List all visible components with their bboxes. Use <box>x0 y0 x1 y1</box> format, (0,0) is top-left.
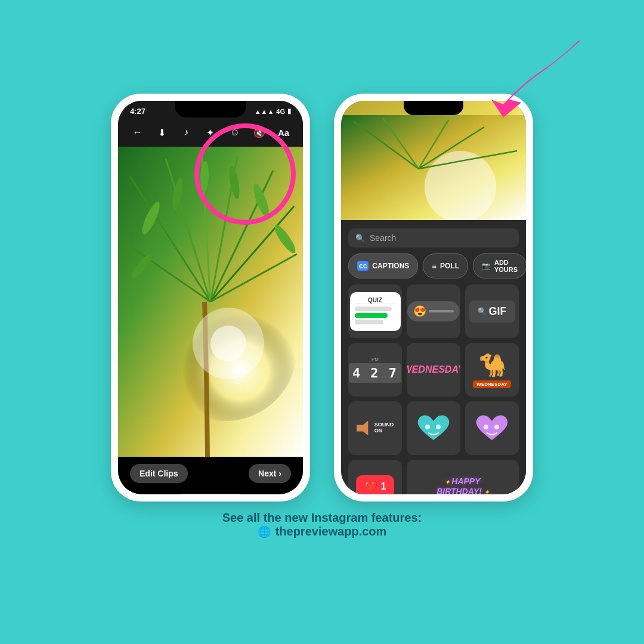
right-phone-screen: 🔍 Search cc CAPTIONS ≡ POLL 📷 ADD <box>341 101 526 494</box>
quiz-sticker[interactable]: QUIZ <box>348 284 402 338</box>
left-phone: 4:27 ▲▲▲ 4G ▮ ← ⬇ ♪ ✦ ☺ 🔇 Aa <box>111 94 310 501</box>
search-icon: 🔍 <box>355 234 365 243</box>
clock-sticker[interactable]: PM 4 2 7 <box>348 343 402 397</box>
sticker-grid: QUIZ 😍 <box>341 284 526 494</box>
right-phone: 🔍 Search cc CAPTIONS ≡ POLL 📷 ADD <box>334 94 533 501</box>
pink-arrow-annotation <box>473 34 593 129</box>
quiz-option-3 <box>355 320 383 324</box>
happy-birthday-sticker[interactable]: ✦ HAPPYBIRTHDAY! ✦ <box>407 460 519 494</box>
svg-point-18 <box>210 326 246 361</box>
back-icon[interactable]: ← <box>128 123 147 142</box>
quiz-option-1 <box>355 306 392 311</box>
download-icon[interactable]: ⬇ <box>152 123 171 142</box>
blue-heart-inner <box>416 410 451 446</box>
footer-line2: 🌐 thepreviewapp.com <box>222 525 422 538</box>
poll-chip[interactable]: ≡ POLL <box>423 253 468 278</box>
footer-url: thepreviewapp.com <box>275 525 387 538</box>
quiz-label: QUIZ <box>355 297 396 304</box>
like-notification-sticker[interactable]: ❤️ 1 <box>348 460 402 494</box>
battery-icon: ▮ <box>287 107 291 115</box>
home-indicator <box>181 494 240 494</box>
cc-icon: cc <box>357 261 369 271</box>
camel-sticker[interactable]: 🐪 WEDNESDAY <box>465 343 519 397</box>
sound-text: SOUNDON <box>374 422 394 434</box>
like-count: 1 <box>381 481 386 492</box>
blue-heart-sticker[interactable] <box>407 401 460 455</box>
quiz-option-2 <box>355 313 388 318</box>
left-notch <box>175 101 246 117</box>
camel-inner: 🐪 WEDNESDAY <box>473 352 510 388</box>
speaker-shape <box>357 420 373 436</box>
sound-on-sticker[interactable]: SOUNDON <box>348 401 402 455</box>
time-display: 4:27 <box>130 107 145 116</box>
text-icon[interactable]: Aa <box>274 123 293 142</box>
emoji-slider-inner: 😍 <box>407 301 460 321</box>
clock-inner: PM 4 2 7 <box>349 357 401 383</box>
purple-heart-inner <box>474 410 510 446</box>
next-button[interactable]: Next › <box>249 464 291 483</box>
network-label: 4G <box>276 108 285 115</box>
search-small-icon: 🔍 <box>478 307 487 315</box>
bottom-bar: Edit Clips Next › <box>118 457 303 490</box>
gif-sticker[interactable]: 🔍 GIF <box>465 284 519 338</box>
svg-point-28 <box>484 425 488 429</box>
search-placeholder: Search <box>370 233 396 243</box>
heart-icon: ❤️ <box>364 480 377 493</box>
heart-eyes-emoji: 😍 <box>413 305 426 318</box>
gif-button-inner: 🔍 GIF <box>469 301 515 323</box>
search-bar[interactable]: 🔍 Search <box>348 228 519 247</box>
wednesday-camel-label: WEDNESDAY <box>473 380 510 388</box>
happy-birthday-text: ✦ HAPPYBIRTHDAY! ✦ <box>436 476 489 494</box>
purple-heart-sticker[interactable] <box>465 401 519 455</box>
edit-clips-button[interactable]: Edit Clips <box>130 464 188 483</box>
right-notch <box>404 101 463 115</box>
left-phone-screen: 4:27 ▲▲▲ 4G ▮ ← ⬇ ♪ ✦ ☺ 🔇 Aa <box>118 101 303 494</box>
wednesday-label: WEDNESDAY <box>407 364 460 375</box>
sparkle-2: ✦ <box>484 489 489 494</box>
quiz-sticker-inner: QUIZ <box>350 292 401 331</box>
main-content: 4:27 ▲▲▲ 4G ▮ ← ⬇ ♪ ✦ ☺ 🔇 Aa <box>111 94 533 501</box>
captions-chip[interactable]: cc CAPTIONS <box>348 253 418 278</box>
featured-chips-row: cc CAPTIONS ≡ POLL 📷 ADD YOURS <box>341 253 526 278</box>
svg-point-29 <box>494 425 499 429</box>
sticker-icon[interactable]: ☺ <box>225 123 244 142</box>
signal-icon: ▲▲▲ <box>255 108 274 115</box>
emoji-slider-sticker[interactable]: 😍 <box>407 284 460 338</box>
app-logo-icon: 🌐 <box>258 525 271 538</box>
effects-icon[interactable]: ✦ <box>201 123 220 142</box>
sticker-panel: 🔍 Search cc CAPTIONS ≡ POLL 📷 ADD <box>341 220 526 494</box>
mute-icon[interactable]: 🔇 <box>250 123 269 142</box>
clock-time: 4 2 7 <box>349 363 401 383</box>
poll-icon: ≡ <box>432 262 436 271</box>
add-yours-chip[interactable]: 📷 ADD YOURS <box>473 253 526 278</box>
svg-point-27 <box>436 425 441 429</box>
camel-emoji: 🐪 <box>478 352 506 378</box>
sound-inner: SOUNDON <box>357 420 394 436</box>
slider-track <box>429 310 454 312</box>
gif-label: GIF <box>489 305 507 318</box>
footer-line1: See all the new Instagram features: <box>222 511 422 525</box>
wednesday-sticker[interactable]: WEDNESDAY <box>407 343 460 397</box>
camera-icon: 📷 <box>482 262 491 270</box>
like-notif-inner: ❤️ 1 <box>356 475 395 494</box>
music-icon[interactable]: ♪ <box>177 123 196 142</box>
footer: See all the new Instagram features: 🌐 th… <box>222 511 422 538</box>
palm-image <box>118 147 303 457</box>
status-icons: ▲▲▲ 4G ▮ <box>255 107 291 115</box>
svg-point-26 <box>425 425 430 429</box>
toolbar: ← ⬇ ♪ ✦ ☺ 🔇 Aa <box>118 118 303 147</box>
clock-pm-label: PM <box>349 357 401 362</box>
sparkle-1: ✦ <box>445 479 451 485</box>
